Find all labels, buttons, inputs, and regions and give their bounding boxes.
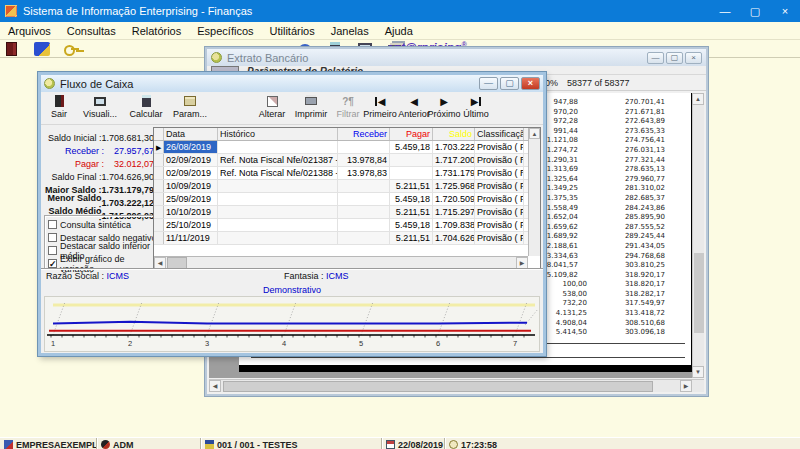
table-row[interactable]: ▶26/08/20195.459,181.703.222,12Provisão …: [154, 141, 540, 154]
extrato-window-icon: [211, 52, 222, 63]
branch-icon: [205, 440, 214, 449]
divider: [41, 268, 543, 270]
report-horizontal-scrollbar[interactable]: ◀ ▶: [209, 379, 704, 392]
sair-button[interactable]: Sair: [41, 93, 77, 124]
key-icon[interactable]: [64, 42, 79, 55]
checkbox[interactable]: ✓: [48, 259, 57, 268]
chart-canvas: 1234567: [45, 297, 539, 351]
menu-ajuda[interactable]: Ajuda: [377, 24, 421, 38]
minimize-button[interactable]: —: [710, 0, 740, 22]
extrato-maximize-button[interactable]: ▢: [666, 52, 683, 64]
maximize-button[interactable]: ▢: [740, 0, 770, 22]
column-header[interactable]: Histórico: [218, 128, 338, 140]
checkbox[interactable]: [48, 233, 57, 242]
report-col1-value: 3.334,63: [547, 252, 578, 260]
extrato-titlebar[interactable]: Extrato Bancário — ▢ ×: [207, 49, 706, 66]
scrollbar-thumb[interactable]: [694, 253, 704, 333]
scroll-up-icon[interactable]: ▲: [529, 128, 540, 139]
table-vertical-scrollbar[interactable]: ▲: [528, 128, 540, 256]
table-row[interactable]: 11/11/20195.211,511.704.626,90Provisão (…: [154, 232, 540, 245]
cell-data: 26/08/2019: [164, 141, 218, 153]
calendar-icon: [386, 440, 395, 449]
summary-value: 27.957,67: [104, 146, 156, 156]
menu-janelas[interactable]: Janelas: [323, 24, 377, 38]
report-col2-value: 289.245,44: [625, 232, 665, 240]
report-col1-value: 947,88: [554, 98, 579, 106]
scroll-left-icon[interactable]: ◀: [209, 380, 221, 392]
scroll-right-icon[interactable]: ▶: [680, 380, 692, 392]
menu-arquivos[interactable]: Arquivos: [0, 24, 59, 38]
cell-classificacao: Provisão ( Pagar: [475, 206, 524, 218]
parametros-button[interactable]: Param...: [169, 93, 211, 124]
column-header[interactable]: Pagar: [390, 128, 433, 140]
table-row[interactable]: 25/09/20195.459,181.720.509,10Provisão (…: [154, 193, 540, 206]
cell-saldo: 1.720.509,10: [433, 193, 475, 205]
report-vertical-scrollbar[interactable]: ▲ ▼: [692, 93, 704, 378]
scroll-up-icon[interactable]: ▲: [692, 93, 704, 105]
table-row[interactable]: 02/09/2019Ref. Nota Fiscal Nfe/021388 - …: [154, 167, 540, 180]
cell-historico: Ref. Nota Fiscal Nfe/021387 - Cond.Pg.[0…: [218, 154, 338, 166]
exit-icon[interactable]: [6, 42, 17, 56]
sound-icon[interactable]: [34, 42, 50, 56]
cell-historico: Ref. Nota Fiscal Nfe/021388 - Cond.Pg.[0…: [218, 167, 338, 179]
calcular-button[interactable]: Calcular: [125, 93, 167, 124]
previous-record-icon: ◀: [410, 93, 418, 109]
menu-consultas[interactable]: Consultas: [59, 24, 124, 38]
fluxo-close-button[interactable]: ×: [521, 77, 540, 90]
table-row[interactable]: 02/09/2019Ref. Nota Fiscal Nfe/021387 - …: [154, 154, 540, 167]
menu-utilitários[interactable]: Utilitários: [262, 24, 323, 38]
summary-value: 1.703.222,12: [101, 198, 156, 208]
summary-label: Saldo Final :: [44, 172, 101, 182]
table-row[interactable]: 10/09/20195.211,511.725.968,28Provisão (…: [154, 180, 540, 193]
report-col2-value: 318.282,17: [625, 290, 665, 298]
report-col2-value: 272.643,89: [625, 117, 665, 125]
table-row[interactable]: 10/10/20195.211,511.715.297,59Provisão (…: [154, 206, 540, 219]
table-header-row: DataHistóricoReceberPagarSaldoClassifica…: [154, 128, 540, 141]
status-company: EMPRESAEXEMPLO_11_0: [16, 440, 97, 449]
checkbox[interactable]: [48, 220, 57, 229]
user-icon: [101, 440, 110, 449]
column-header[interactable]: Receber: [338, 128, 390, 140]
cell-historico: [218, 180, 338, 192]
report-col2-value: 308.510,68: [625, 319, 665, 327]
alterar-button[interactable]: Alterar: [251, 93, 293, 124]
cell-classificacao: Provisão ( Pagar: [475, 141, 524, 153]
column-header[interactable]: Classificação: [475, 128, 524, 140]
client-area: Extrato Bancário — ▢ × Parâmetros do Rel…: [0, 58, 800, 437]
extrato-minimize-button[interactable]: —: [647, 52, 664, 64]
summary-row: Saldo Final :1.704.626,90: [44, 170, 156, 183]
cell-receber: [338, 206, 390, 218]
fluxo-de-caixa-window[interactable]: Fluxo de Caixa — ▢ × Sair Visuali... Cal…: [38, 72, 546, 356]
cell-pagar: 5.459,18: [390, 219, 433, 231]
fluxo-minimize-button[interactable]: —: [479, 77, 498, 90]
summary-value: 32.012,07: [104, 159, 156, 169]
column-header[interactable]: Data: [164, 128, 218, 140]
visualizar-button[interactable]: Visuali...: [79, 93, 121, 124]
checkbox[interactable]: [48, 246, 57, 255]
close-button[interactable]: ×: [770, 0, 800, 22]
report-col1-value: 1.325,64: [547, 175, 578, 183]
exit-door-icon: [55, 93, 64, 109]
cell-classificacao: Provisão ( Pagar: [475, 193, 524, 205]
report-col1-value: 8.041,57: [547, 261, 578, 269]
row-indicator: [154, 180, 164, 192]
summary-row: Receber :27.957,67: [44, 144, 156, 157]
cell-classificacao: Provisão ( Receb: [475, 167, 524, 179]
imprimir-button[interactable]: Imprimir: [290, 93, 332, 124]
calculator-icon: [142, 93, 151, 109]
menu-específicos[interactable]: Específicos: [189, 24, 261, 38]
scrollbar-thumb[interactable]: [223, 381, 653, 392]
report-col2-value: 285.895,90: [625, 213, 665, 221]
report-col1-value: 1.558,49: [547, 204, 578, 212]
menu-relatórios[interactable]: Relatórios: [124, 24, 190, 38]
fluxo-titlebar[interactable]: Fluxo de Caixa — ▢ ×: [41, 75, 543, 92]
ultimo-button[interactable]: ▶ Último: [457, 93, 495, 124]
table-row[interactable]: 25/10/20195.459,181.709.838,41Provisão (…: [154, 219, 540, 232]
extrato-close-button[interactable]: ×: [685, 52, 702, 64]
variation-chart: 1234567: [44, 296, 540, 352]
fluxo-maximize-button[interactable]: ▢: [500, 77, 519, 90]
column-header[interactable]: Saldo: [433, 128, 475, 140]
scroll-down-icon[interactable]: ▼: [692, 366, 704, 378]
options-group: Consulta sintéticaDestacar saldo negativ…: [44, 215, 158, 270]
cell-saldo: 1.731.179,79: [433, 167, 475, 179]
